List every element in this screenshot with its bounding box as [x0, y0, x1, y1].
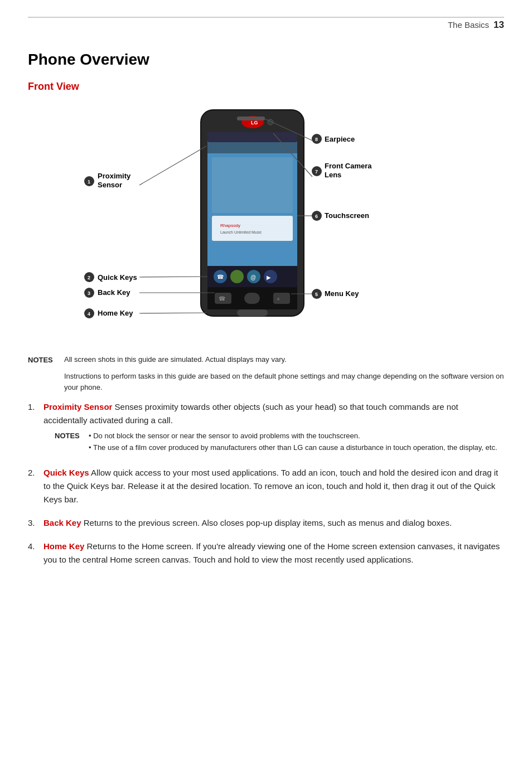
desc-3: Returns to the previous screen. Also clo… — [84, 518, 452, 527]
svg-text:7: 7 — [315, 169, 318, 175]
svg-text:Home Key: Home Key — [98, 309, 133, 317]
svg-text:Front Camera: Front Camera — [325, 162, 372, 170]
notes-block-1: NOTES All screen shots in this guide are… — [28, 354, 504, 366]
term-3: Back Key — [43, 518, 81, 527]
svg-rect-0 — [201, 110, 304, 316]
list-content-4: Home Key Returns to the Home screen. If … — [43, 540, 504, 567]
section-name: The Basics — [448, 19, 489, 32]
svg-rect-21 — [215, 293, 231, 304]
svg-text:Quick Keys: Quick Keys — [98, 273, 137, 282]
notes-sub-1: NOTES Do not block the sensor or near th… — [55, 430, 504, 454]
svg-rect-9 — [212, 216, 293, 241]
notes-text-1: All screen shots in this guide are simul… — [64, 354, 287, 365]
list-num-1: 1. — [28, 400, 39, 414]
svg-rect-12 — [207, 266, 297, 287]
notes-sub-row-1: NOTES Do not block the sensor or near th… — [55, 430, 504, 454]
svg-text:Menu Key: Menu Key — [325, 289, 359, 298]
svg-point-16 — [247, 270, 260, 283]
note-bullet-1-1: The use of a film cover produced by manu… — [89, 442, 497, 454]
svg-text:≡: ≡ — [277, 297, 280, 302]
svg-point-39 — [84, 272, 94, 282]
list-item-1: 1. Proximity Sensor Senses proximity tow… — [28, 400, 504, 456]
list-num-2: 2. — [28, 466, 39, 480]
svg-point-3 — [241, 116, 264, 128]
notes-indent-1: Instructions to perform tasks in this gu… — [64, 371, 504, 393]
notes-bullets-1: Do not block the sensor or near the sens… — [89, 430, 497, 454]
desc-2: Allow quick access to your most used app… — [43, 468, 498, 504]
page-title: Phone Overview — [28, 48, 504, 71]
svg-point-35 — [84, 176, 94, 186]
svg-rect-1 — [207, 132, 297, 280]
svg-text:Proximity: Proximity — [98, 172, 131, 180]
list-item-2: 2. Quick Keys Allow quick access to your… — [28, 466, 504, 506]
svg-rect-20 — [207, 287, 297, 309]
svg-line-34 — [265, 119, 312, 141]
svg-text:3: 3 — [88, 290, 90, 296]
list-num-3: 3. — [28, 516, 39, 530]
page: The Basics 13 Phone Overview Front View … — [0, 0, 532, 604]
svg-point-18 — [264, 270, 277, 283]
notes-label-1: NOTES — [28, 354, 64, 366]
svg-point-42 — [84, 288, 94, 298]
svg-text:☎: ☎ — [217, 274, 224, 280]
svg-text:Launch Unlimited Music: Launch Unlimited Music — [220, 230, 262, 234]
svg-point-51 — [312, 211, 322, 221]
svg-text:Earpiece: Earpiece — [325, 135, 355, 143]
desc-4: Returns to the Home screen. If you're al… — [43, 541, 500, 564]
list-content-1: Proximity Sensor Senses proximity toward… — [43, 400, 504, 456]
svg-text:Touchscreen: Touchscreen — [325, 211, 369, 220]
svg-text:LG: LG — [251, 120, 258, 125]
term-1: Proximity Sensor — [43, 402, 112, 411]
list-content-3: Back Key Returns to the previous screen.… — [43, 516, 452, 530]
diagram-svg: LG Rhapsody Launch Unlimited Music ☎ @ ▶ — [28, 104, 504, 344]
diagram-area: LG Rhapsody Launch Unlimited Music ☎ @ ▶ — [28, 104, 504, 344]
svg-text:Back Key: Back Key — [98, 288, 130, 297]
svg-text:@: @ — [250, 274, 256, 280]
svg-line-28 — [139, 277, 207, 277]
svg-text:8: 8 — [315, 137, 318, 142]
list-content-2: Quick Keys Allow quick access to your mo… — [43, 466, 504, 506]
svg-point-6 — [268, 119, 273, 125]
svg-text:2: 2 — [88, 275, 90, 280]
top-bar: The Basics 13 — [28, 17, 504, 38]
page-number: 13 — [494, 18, 504, 32]
svg-point-45 — [84, 308, 94, 318]
svg-text:Sensor: Sensor — [98, 181, 122, 189]
term-4: Home Key — [43, 541, 84, 551]
svg-line-27 — [139, 146, 206, 185]
svg-text:Rhapsody: Rhapsody — [220, 223, 240, 228]
note-bullet-1-0: Do not block the sensor or near the sens… — [89, 430, 497, 442]
svg-rect-2 — [207, 132, 297, 142]
svg-rect-23 — [244, 293, 260, 304]
svg-text:5: 5 — [315, 292, 318, 297]
svg-text:6: 6 — [315, 214, 318, 219]
svg-rect-8 — [212, 157, 293, 213]
notes-sub-label-1: NOTES — [55, 430, 85, 442]
front-view-label: Front View — [28, 79, 504, 94]
svg-rect-26 — [237, 309, 268, 316]
svg-line-33 — [273, 133, 312, 177]
svg-point-15 — [230, 270, 244, 283]
svg-text:☎: ☎ — [219, 296, 225, 302]
list-item-4: 4. Home Key Returns to the Home screen. … — [28, 540, 504, 567]
svg-rect-5 — [237, 117, 265, 120]
term-2: Quick Keys — [43, 468, 89, 477]
svg-line-30 — [139, 313, 206, 313]
svg-point-54 — [312, 166, 322, 176]
svg-rect-24 — [273, 293, 290, 304]
svg-text:1: 1 — [88, 179, 90, 185]
list-num-4: 4. — [28, 540, 39, 553]
svg-point-48 — [312, 289, 322, 299]
svg-point-13 — [214, 270, 227, 283]
list-item-3: 3. Back Key Returns to the previous scre… — [28, 516, 504, 530]
svg-rect-7 — [207, 142, 297, 153]
svg-point-58 — [312, 134, 322, 144]
svg-text:Lens: Lens — [325, 171, 341, 179]
svg-text:▶: ▶ — [267, 274, 271, 280]
svg-text:4: 4 — [88, 311, 90, 317]
